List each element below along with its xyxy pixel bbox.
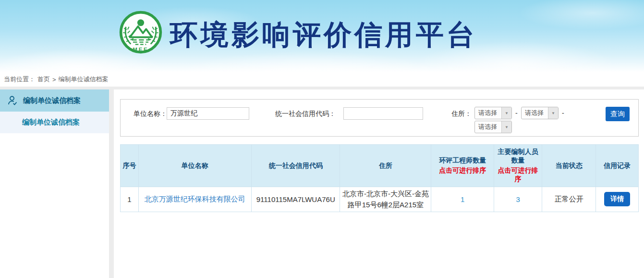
- cell-unit-name: 北京万源世纪环保科技有限公司: [138, 187, 251, 212]
- address-district-select[interactable]: 请选择 ▼: [474, 121, 512, 133]
- credit-code-input[interactable]: [343, 107, 423, 120]
- breadcrumb-prefix: 当前位置：: [4, 75, 35, 84]
- col-header-credit-record: 信用记录: [596, 145, 639, 187]
- mee-logo-text: MEE: [133, 47, 149, 52]
- table-row: 1 北京万源世纪环保科技有限公司 91110115MA7LWUA76U 北京市-…: [121, 187, 639, 212]
- site-header: MEE 环境影响评价信用平台: [0, 0, 644, 72]
- sidebar-item-unit-credit-archive[interactable]: 编制单位诚信档案: [0, 89, 109, 112]
- address-separator: -: [562, 109, 564, 117]
- col-header-staff-count-sort[interactable]: 主要编制人员数量 点击可进行排序: [494, 145, 542, 187]
- cell-engineer-count: 1: [431, 187, 494, 212]
- col-header-credit-code: 统一社会信用代码: [251, 145, 340, 187]
- staff-count-link[interactable]: 3: [516, 195, 520, 203]
- col-header-address: 住所: [340, 145, 431, 187]
- address-province-value: 请选择: [475, 109, 501, 117]
- chevron-down-icon: ▼: [501, 107, 511, 119]
- sort-hint[interactable]: 点击可进行排序: [432, 166, 493, 175]
- results-table: 序号 单位名称 统一社会信用代码 住所 环评工程师数量 点击可进行排序 主要编制…: [120, 144, 639, 212]
- col-header-status: 当前状态: [542, 145, 596, 187]
- detail-button[interactable]: 详情: [604, 192, 630, 206]
- breadcrumb-current: 编制单位诚信档案: [59, 75, 109, 84]
- address-separator: -: [515, 109, 518, 117]
- address-province-select[interactable]: 请选择 ▼: [474, 107, 512, 119]
- unit-name-link[interactable]: 北京万源世纪环保科技有限公司: [145, 195, 245, 203]
- search-panel: 单位名称： 统一社会信用代码： 住所： 请选择 ▼ - 请选择 ▼ - 请选择 …: [120, 99, 639, 137]
- breadcrumb-separator: >: [52, 76, 56, 83]
- address-city-select[interactable]: 请选择 ▼: [521, 107, 559, 119]
- mee-logo-icon: MEE: [118, 10, 163, 55]
- engineer-count-link[interactable]: 1: [461, 195, 464, 203]
- sort-hint[interactable]: 点击可进行排序: [495, 166, 541, 184]
- address-district-value: 请选择: [475, 123, 501, 131]
- cell-credit-record: 详情: [596, 187, 639, 212]
- cell-credit-code: 91110115MA7LWUA76U: [251, 187, 340, 212]
- address-city-value: 请选择: [522, 109, 548, 117]
- page-body: 编制单位诚信档案 编制单位诚信档案 单位名称： 统一社会信用代码： 住所： 请选…: [0, 87, 644, 278]
- unit-name-label: 单位名称：: [134, 110, 167, 118]
- cell-address: 北京市-北京市-大兴区-金苑路甲15号6幢2层A215室: [340, 187, 431, 212]
- col-header-engineer-count-sort[interactable]: 环评工程师数量 点击可进行排序: [431, 145, 494, 187]
- sidebar-item-label: 编制单位诚信档案: [23, 96, 81, 105]
- sidebar-subitem-label: 编制单位诚信档案: [22, 118, 80, 127]
- chevron-down-icon: ▼: [548, 107, 558, 119]
- sidebar-subitem-unit-credit-archive[interactable]: 编制单位诚信档案: [0, 112, 109, 133]
- query-button[interactable]: 查询: [606, 107, 630, 121]
- person-check-icon: [7, 95, 18, 106]
- breadcrumb: 当前位置： 首页 > 编制单位诚信档案: [0, 72, 644, 87]
- chevron-down-icon: ▼: [501, 121, 511, 133]
- col-header-seq: 序号: [121, 145, 139, 187]
- table-header-row: 序号 单位名称 统一社会信用代码 住所 环评工程师数量 点击可进行排序 主要编制…: [121, 145, 639, 187]
- credit-code-label: 统一社会信用代码：: [275, 110, 336, 118]
- breadcrumb-home-link[interactable]: 首页: [37, 75, 50, 84]
- unit-name-input[interactable]: [167, 107, 249, 120]
- cell-seq: 1: [121, 187, 139, 212]
- sidebar: 编制单位诚信档案 编制单位诚信档案: [0, 89, 109, 278]
- cell-staff-count: 3: [494, 187, 542, 212]
- col-header-unit-name: 单位名称: [138, 145, 251, 187]
- address-label: 住所：: [451, 110, 472, 118]
- page-title: 环境影响评价信用平台: [170, 16, 477, 54]
- main-content: 单位名称： 统一社会信用代码： 住所： 请选择 ▼ - 请选择 ▼ - 请选择 …: [114, 89, 644, 278]
- cell-status: 正常公开: [542, 187, 596, 212]
